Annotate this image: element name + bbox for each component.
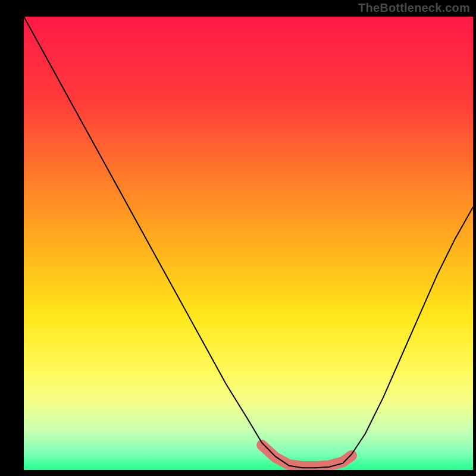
watermark-text: TheBottleneck.com [358, 1, 470, 15]
chart-frame: TheBottleneck.com [0, 0, 476, 476]
bottleneck-chart [0, 0, 476, 476]
gradient-background [24, 17, 473, 470]
